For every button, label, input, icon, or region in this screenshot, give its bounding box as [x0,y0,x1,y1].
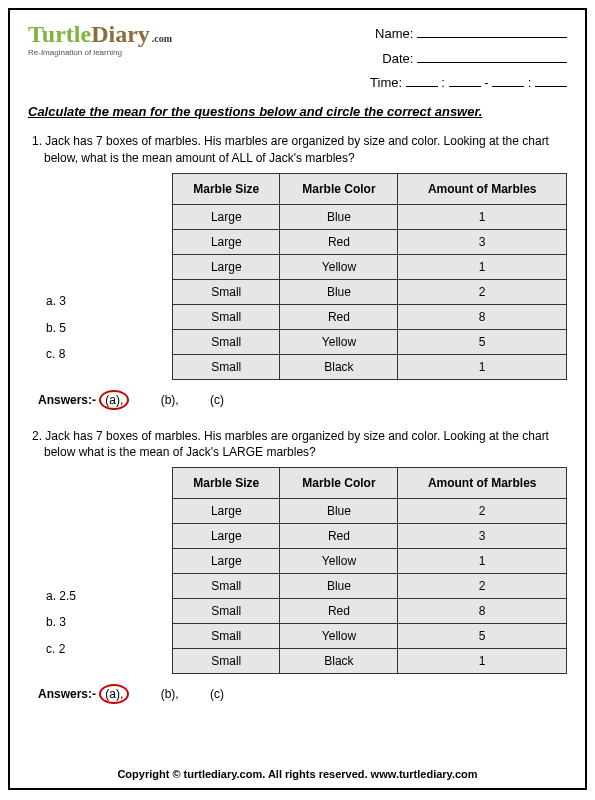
logo: TurtleDiary.com Re-Imagination of learni… [28,22,183,57]
table-row: LargeBlue2 [173,499,567,524]
table-row: SmallYellow5 [173,624,567,649]
time-h1[interactable] [406,75,438,87]
q1-choice-c[interactable]: c. 8 [46,341,138,367]
q2-choices: a. 2.5 b. 3 c. 2 [28,583,138,674]
time-label: Time: [370,75,402,90]
table-row: SmallBlue2 [173,279,567,304]
q1-choice-a[interactable]: a. 3 [46,288,138,314]
table-row: SmallRed8 [173,599,567,624]
logo-text: TurtleDiary.com [28,22,183,46]
q2-choice-b[interactable]: b. 3 [46,609,138,635]
q2-answer-b[interactable]: (b), [161,687,179,701]
q2-choice-c[interactable]: c. 2 [46,636,138,662]
table-row: LargeYellow1 [173,254,567,279]
time-m2[interactable] [535,75,567,87]
q1-answers: Answers:- (a), (b), (c) [38,390,567,410]
table-row: LargeRed3 [173,229,567,254]
q1-answer-a[interactable]: (a), [99,390,129,410]
name-input[interactable] [417,26,567,38]
name-label: Name: [375,26,413,41]
q2-text: 2. Jack has 7 boxes of marbles. His marb… [40,428,567,462]
table-row: LargeYellow1 [173,549,567,574]
q1-choices: a. 3 b. 5 c. 8 [28,288,138,379]
footer: Copyright © turtlediary.com. All rights … [10,768,585,780]
table-row: SmallYellow5 [173,329,567,354]
q2-choice-a[interactable]: a. 2.5 [46,583,138,609]
q2-answer-a[interactable]: (a), [99,684,129,704]
form-fields: Name: Date: Time: : - : [370,22,567,96]
date-input[interactable] [417,51,567,63]
q1-table: Marble SizeMarble ColorAmount of Marbles… [172,173,567,380]
tagline: Re-Imagination of learning [28,48,183,57]
header: TurtleDiary.com Re-Imagination of learni… [28,22,567,96]
q1-answer-b[interactable]: (b), [161,393,179,407]
q2-answer-c[interactable]: (c) [210,687,224,701]
q1-text: 1. Jack has 7 boxes of marbles. His marb… [40,133,567,167]
q2-answers: Answers:- (a), (b), (c) [38,684,567,704]
instruction: Calculate the mean for the questions bel… [28,104,567,119]
time-h2[interactable] [492,75,524,87]
q2-table: Marble SizeMarble ColorAmount of Marbles… [172,467,567,674]
table-row: SmallBlue2 [173,574,567,599]
table-row: SmallBlack1 [173,649,567,674]
date-label: Date: [382,51,413,66]
table-row: LargeRed3 [173,524,567,549]
q1-choice-b[interactable]: b. 5 [46,315,138,341]
table-row: SmallRed8 [173,304,567,329]
time-m1[interactable] [449,75,481,87]
table-row: LargeBlue1 [173,204,567,229]
q1-answer-c[interactable]: (c) [210,393,224,407]
table-row: SmallBlack1 [173,354,567,379]
